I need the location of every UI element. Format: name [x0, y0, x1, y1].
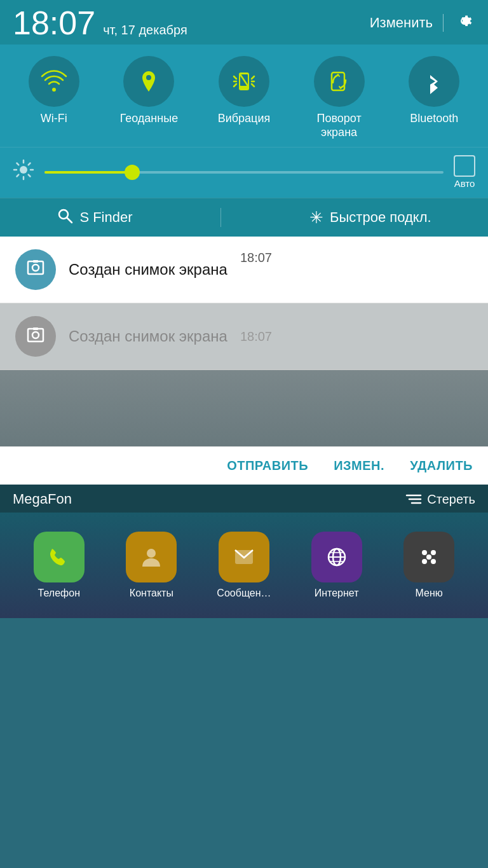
delete-button[interactable]: УДАЛИТЬ [410, 458, 473, 473]
dock-internet[interactable]: Интернет [302, 532, 372, 599]
toggle-vibration[interactable]: Вибрация [206, 56, 282, 126]
status-bar: 18:07 чт, 17 декабря Изменить [0, 0, 488, 45]
toggle-geodata-circle [123, 56, 174, 107]
svg-rect-26 [28, 329, 43, 341]
svg-line-6 [252, 76, 254, 79]
toggle-bluetooth-label: Bluetooth [410, 112, 458, 126]
send-button[interactable]: ОТПРАВИТЬ [227, 458, 308, 473]
toggle-wifi[interactable]: Wi-Fi [16, 56, 92, 126]
svg-point-39 [422, 550, 427, 555]
toggle-vibration-circle [219, 56, 269, 107]
svg-line-19 [29, 163, 30, 165]
notif-icon-circle-1 [15, 249, 56, 290]
toggle-wifi-circle [29, 56, 79, 107]
auto-box-square [454, 155, 475, 177]
svg-line-8 [252, 84, 254, 86]
notif-title-1: Создан снимок экрана [69, 261, 227, 279]
snowflake-icon: ✳ [309, 208, 323, 228]
svg-point-0 [146, 75, 151, 80]
notif-time-1: 18:07 [240, 251, 272, 265]
s-finder-label: S Finder [79, 209, 132, 226]
svg-line-3 [234, 76, 236, 79]
search-icon [57, 207, 73, 228]
svg-line-22 [67, 217, 72, 223]
svg-line-17 [17, 163, 19, 165]
svg-line-20 [17, 174, 19, 176]
clear-label: Стереть [427, 492, 475, 507]
toggle-geodata[interactable]: Геоданные [111, 56, 187, 126]
dock-row: Телефон Контакты Сообщен… [0, 525, 488, 612]
toggle-vibration-label: Вибрация [218, 112, 271, 126]
svg-point-42 [431, 559, 436, 564]
dock-menu[interactable]: Меню [394, 532, 464, 599]
svg-point-24 [32, 265, 39, 271]
divider [443, 14, 444, 32]
app-background [0, 370, 488, 446]
notification-area: Создан снимок экрана 18:07 Создан снимок… [0, 237, 488, 485]
change-button[interactable]: Изменить [370, 15, 433, 31]
svg-point-43 [426, 555, 431, 560]
finder-divider [220, 208, 221, 227]
home-screen: Телефон Контакты Сообщен… [0, 513, 488, 618]
toggle-geodata-label: Геоданные [120, 112, 179, 126]
time-display: 18:07 [13, 6, 95, 39]
notification-card-1[interactable]: Создан снимок экрана 18:07 [0, 237, 488, 303]
notification-actions: ОТПРАВИТЬ ИЗМЕН. УДАЛИТЬ [0, 446, 488, 485]
screenshot-icon [25, 258, 46, 282]
quick-connect-button[interactable]: ✳ Быстрое подкл. [309, 208, 431, 228]
settings-icon[interactable] [454, 10, 475, 36]
slider-fill [44, 171, 132, 174]
brightness-row: Авто [0, 147, 488, 198]
messages-icon [219, 532, 269, 582]
svg-rect-23 [28, 261, 43, 274]
internet-icon [311, 532, 362, 582]
svg-point-27 [32, 332, 39, 338]
provider-label: MegaFon [13, 491, 72, 507]
toggle-bluetooth-circle [409, 56, 459, 107]
toggle-wifi-label: Wi-Fi [41, 112, 67, 126]
date-display: чт, 17 декабря [103, 23, 187, 38]
notif-icon-circle-2 [15, 316, 56, 357]
svg-line-18 [29, 174, 30, 176]
svg-rect-25 [33, 260, 38, 263]
dock-messages-label: Сообщен… [217, 588, 271, 599]
slider-thumb [125, 165, 140, 180]
svg-rect-28 [33, 327, 38, 330]
s-finder-button[interactable]: S Finder [57, 207, 132, 228]
bottom-bar: MegaFon Стереть [0, 485, 488, 513]
menu-icon [403, 532, 454, 582]
svg-point-32 [147, 549, 156, 558]
screenshot-icon-2 [25, 325, 46, 348]
auto-label: Авто [454, 178, 475, 189]
svg-point-40 [431, 550, 436, 555]
dock-contacts[interactable]: Контакты [116, 532, 186, 599]
toggle-rotate[interactable]: Поворот экрана [301, 56, 377, 139]
toggle-rotate-circle [314, 56, 365, 107]
phone-icon [34, 532, 85, 582]
notification-card-2[interactable]: Создан снимок экрана 18:07 [0, 303, 488, 370]
contacts-icon [126, 532, 177, 582]
dock-phone[interactable]: Телефон [24, 532, 94, 599]
dock-menu-label: Меню [416, 588, 443, 599]
toggle-bluetooth[interactable]: Bluetooth [396, 56, 472, 126]
quick-toggles: Wi-Fi Геоданные [0, 45, 488, 147]
svg-point-12 [20, 166, 27, 174]
quick-connect-label: Быстрое подкл. [330, 209, 431, 226]
toggle-rotate-label: Поворот экрана [316, 112, 361, 139]
finder-row: S Finder ✳ Быстрое подкл. [0, 198, 488, 237]
clear-button[interactable]: Стереть [405, 492, 475, 507]
svg-point-41 [422, 559, 427, 564]
edit-button[interactable]: ИЗМЕН. [334, 458, 384, 473]
brightness-slider[interactable] [44, 171, 444, 174]
dock-internet-label: Интернет [315, 588, 359, 599]
status-bar-left: 18:07 чт, 17 декабря [13, 6, 187, 39]
status-bar-right: Изменить [370, 10, 475, 36]
dock-messages[interactable]: Сообщен… [209, 532, 279, 599]
notif-time-2: 18:07 [240, 329, 272, 344]
auto-brightness-button[interactable]: Авто [454, 155, 475, 189]
svg-line-5 [234, 84, 236, 86]
brightness-icon [13, 159, 34, 186]
dock-phone-label: Телефон [38, 588, 80, 599]
dock-contacts-label: Контакты [130, 588, 173, 599]
notif-title-2: Создан снимок экрана [69, 327, 227, 345]
